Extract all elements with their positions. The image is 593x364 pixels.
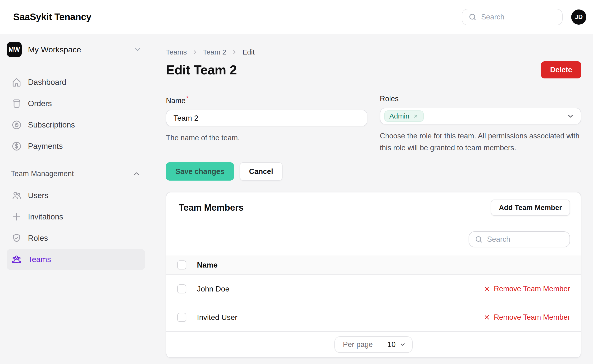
breadcrumb: Teams Team 2 Edit [166, 48, 581, 56]
team-members-card: Team Members Add Team Member Name John D… [166, 192, 581, 358]
dollar-circle-icon [11, 141, 22, 151]
breadcrumb-team-2[interactable]: Team 2 [203, 48, 226, 56]
search-icon [468, 13, 477, 21]
row-checkbox[interactable] [177, 313, 186, 322]
chevron-down-icon [567, 112, 574, 120]
member-name: John Doe [197, 285, 229, 293]
chevron-down-icon [134, 46, 142, 53]
workspace-name: My Workspace [28, 45, 128, 54]
x-icon [483, 285, 490, 292]
chevron-up-icon [133, 170, 140, 177]
per-page-value: 10 [388, 340, 396, 349]
sidebar-item-label: Users [28, 191, 48, 200]
x-icon [483, 314, 490, 321]
chevron-down-icon [399, 341, 406, 348]
page-title: Edit Team 2 [166, 62, 237, 78]
main-content: Teams Team 2 Edit Edit Team 2 Delete Nam… [152, 34, 593, 364]
users-icon [11, 190, 22, 201]
members-search[interactable] [469, 231, 570, 247]
select-all-checkbox[interactable] [177, 260, 186, 269]
global-search[interactable] [462, 9, 563, 25]
plus-icon [11, 212, 22, 222]
per-page-control: Per page 10 [334, 336, 413, 353]
card-title: Team Members [179, 203, 244, 213]
app-logo: SaaSykit Tenancy [13, 12, 91, 22]
sidebar-item-label: Dashboard [28, 78, 66, 87]
delete-button[interactable]: Delete [541, 61, 581, 78]
sidebar-nav: Dashboard Orders Subscriptions Payments [7, 72, 145, 270]
sidebar-item-users[interactable]: Users [7, 185, 145, 206]
required-asterisk: * [186, 95, 189, 102]
chevron-right-icon [231, 49, 238, 55]
roles-select[interactable]: Admin [380, 108, 581, 124]
role-tag-admin: Admin [384, 110, 424, 122]
breadcrumb-teams[interactable]: Teams [166, 48, 187, 56]
member-name: Invited User [197, 313, 237, 322]
top-header: SaaSykit Tenancy JD [0, 0, 593, 34]
remove-label: Remove Team Member [494, 313, 570, 322]
name-helper-text: The name of the team. [166, 132, 367, 144]
sidebar-item-label: Payments [28, 142, 63, 151]
remove-tag-icon[interactable] [413, 113, 418, 119]
sidebar-item-label: Invitations [28, 212, 63, 221]
table-row[interactable]: Invited User Remove Team Member [166, 303, 581, 332]
remove-label: Remove Team Member [494, 285, 570, 293]
sidebar-item-label: Teams [28, 255, 51, 264]
sidebar-section-team-management[interactable]: Team Management [7, 167, 145, 180]
workspace-avatar: MW [7, 42, 22, 57]
cancel-button[interactable]: Cancel [240, 162, 283, 181]
home-icon [11, 77, 22, 87]
package-icon [11, 98, 22, 109]
role-tag-label: Admin [389, 112, 410, 120]
search-icon [475, 235, 483, 243]
name-field: Name* The name of the team. [166, 95, 367, 154]
remove-team-member-button[interactable]: Remove Team Member [483, 285, 570, 293]
column-header-name: Name [197, 261, 218, 269]
sidebar-item-roles[interactable]: Roles [7, 228, 145, 249]
edit-team-form: Name* The name of the team. Roles Admin [166, 95, 581, 154]
chevron-right-icon [191, 49, 198, 55]
flame-circle-icon [11, 120, 22, 130]
user-avatar[interactable]: JD [571, 9, 586, 25]
workspace-switcher[interactable]: MW My Workspace [7, 39, 145, 59]
breadcrumb-edit: Edit [242, 48, 255, 56]
sidebar-item-teams[interactable]: Teams [7, 249, 145, 270]
members-search-input[interactable] [487, 235, 564, 244]
name-input[interactable] [166, 110, 367, 126]
sidebar-item-label: Subscriptions [28, 120, 75, 129]
roles-helper-text: Choose the role for this team. All permi… [380, 130, 581, 154]
add-team-member-button[interactable]: Add Team Member [491, 200, 570, 216]
roles-label: Roles [380, 95, 581, 103]
team-icon [11, 254, 22, 265]
sidebar-item-orders[interactable]: Orders [7, 93, 145, 114]
per-page-label: Per page [335, 337, 381, 352]
sidebar-item-payments[interactable]: Payments [7, 136, 145, 157]
per-page-select[interactable]: 10 [381, 337, 412, 352]
shield-check-icon [11, 233, 22, 243]
save-changes-button[interactable]: Save changes [166, 162, 234, 181]
sidebar-item-label: Orders [28, 99, 52, 108]
name-label: Name* [166, 95, 367, 105]
roles-field: Roles Admin Choose the role for this tea… [380, 95, 581, 154]
table-row[interactable]: John Doe Remove Team Member [166, 275, 581, 303]
remove-team-member-button[interactable]: Remove Team Member [483, 313, 570, 322]
sidebar-item-subscriptions[interactable]: Subscriptions [7, 114, 145, 135]
section-label: Team Management [11, 169, 74, 178]
table-header-row: Name [166, 255, 581, 275]
sidebar-item-invitations[interactable]: Invitations [7, 206, 145, 227]
global-search-input[interactable] [481, 13, 556, 21]
row-checkbox[interactable] [177, 284, 186, 293]
sidebar-item-label: Roles [28, 234, 48, 243]
sidebar-item-dashboard[interactable]: Dashboard [7, 72, 145, 93]
sidebar: MW My Workspace Dashboard Orders [0, 34, 152, 364]
